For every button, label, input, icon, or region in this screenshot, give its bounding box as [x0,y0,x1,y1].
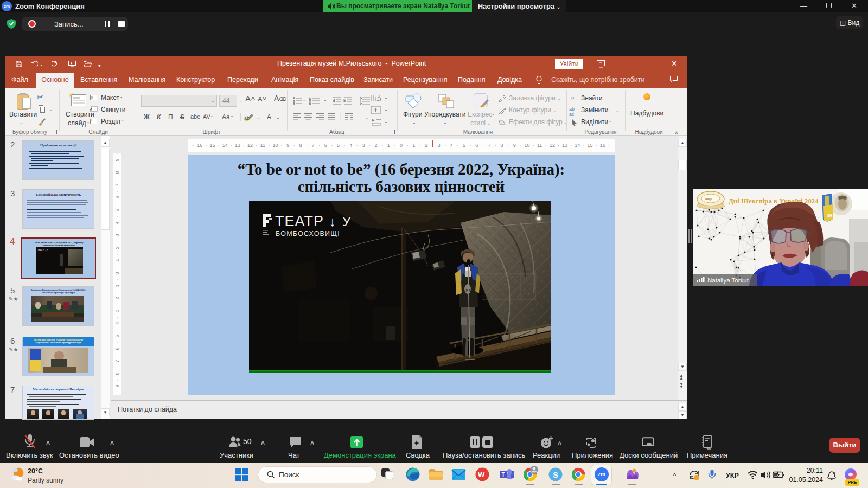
svg-text:БОМБОСХОВИЩІ: БОМБОСХОВИЩІ [276,230,340,237]
svg-text:SH: SH [827,214,832,217]
svg-text:S: S [553,470,558,479]
svg-text:ТЕАТР: ТЕАТР [275,213,324,229]
svg-text:T: T [502,472,505,478]
svg-text:3: 3 [309,102,311,106]
svg-text:W: W [478,471,485,479]
svg-text:ab: ab [244,115,250,121]
svg-text:нації: нації [705,197,712,201]
svg-text:z: z [833,471,835,474]
svg-text:Nataliya Torkut: Nataliya Torkut [707,277,749,284]
svg-text:SIX: SIX [465,288,471,292]
svg-text:A: A [378,94,381,100]
svg-text:↓: ↓ [329,214,336,229]
svg-text:У: У [342,214,351,229]
